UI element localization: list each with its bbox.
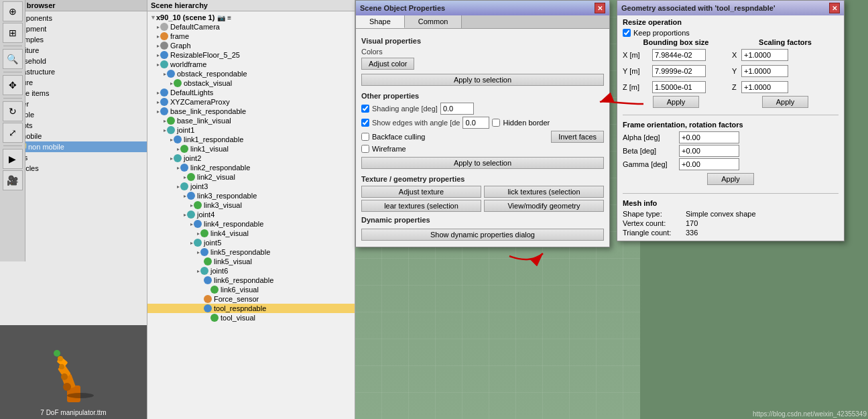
y-row: Y [m] Y <box>623 64 839 78</box>
apply-resize-button[interactable]: Apply <box>653 96 700 108</box>
scene-tree-item[interactable]: ▸joint1 <box>147 125 355 135</box>
scene-tree-item[interactable]: ▸XYZCameraProxy <box>147 97 355 107</box>
toolbar-btn-2[interactable]: ⊞ <box>3 23 23 43</box>
scene-tree-item[interactable]: ▸link2_visual <box>147 172 355 182</box>
scene-tree-item[interactable]: ▸joint3 <box>147 182 355 191</box>
scene-root-item[interactable]: ▼x90_10 (scene 1)📷 ≡ <box>147 13 355 22</box>
backface-checkbox[interactable] <box>361 133 369 141</box>
sz-input[interactable] <box>741 81 788 93</box>
gray-node-icon <box>160 42 168 50</box>
sy-input[interactable] <box>741 65 788 77</box>
scene-tree-item[interactable]: ▸joint2 <box>147 154 355 163</box>
scene-tree-item[interactable]: ▸joint4 <box>147 210 355 219</box>
scene-tree-item[interactable]: ▸frame <box>147 32 355 41</box>
toolbar-btn-camera[interactable]: 🎥 <box>3 170 23 190</box>
scene-tree-item[interactable]: ▸obstack_visual <box>147 78 355 88</box>
toolbar-btn-scale[interactable]: ⤢ <box>3 123 23 143</box>
scene-tree-item[interactable]: link5_visual <box>147 257 355 266</box>
apply-to-selection-btn-1[interactable]: Apply to selection <box>361 74 604 86</box>
scene-tree-item[interactable]: ▸Graph <box>147 41 355 50</box>
invert-faces-button[interactable]: Invert faces <box>551 131 604 143</box>
scene-tree-item[interactable]: ▸joint5 <box>147 238 355 247</box>
sop-titlebar: Scene Object Properties ✕ <box>356 1 609 15</box>
adjust-color-button[interactable]: Adjust color <box>361 58 414 70</box>
keep-proportions-checkbox[interactable] <box>623 29 631 37</box>
scene-tree-item[interactable]: link6_respondable <box>147 276 355 285</box>
scene-tree-item[interactable]: ▸link5_respondable <box>147 247 355 257</box>
scene-tree-item[interactable]: ▸base_link_visual <box>147 116 355 125</box>
geo-titlebar: Geometry associated with 'tool_respndabl… <box>617 1 844 15</box>
z-bbox-input[interactable] <box>652 81 706 93</box>
sx-input[interactable] <box>741 49 788 61</box>
toolbar-btn-search[interactable]: 🔍 <box>3 49 23 69</box>
clear-textures-button[interactable]: lear textures (selection <box>361 200 481 212</box>
scene-tree-item[interactable]: ▸link4_respondable <box>147 219 355 229</box>
scene-tree-item[interactable]: link6_visual <box>147 285 355 294</box>
green-node-icon <box>210 286 219 294</box>
scene-tree-item[interactable]: Force_sensor <box>147 294 355 304</box>
scene-tree-item[interactable]: tool_respndable <box>147 304 355 313</box>
y-bbox-input[interactable] <box>652 65 706 77</box>
toolbar-btn-rotate[interactable]: ↻ <box>3 101 23 121</box>
toolbar-btn-1[interactable]: ⊕ <box>3 1 23 21</box>
triangle-count-label: Triangle count: <box>623 229 683 237</box>
scene-tree-item-label: DefaultLights <box>170 88 213 97</box>
pick-textures-button[interactable]: lick textures (selection <box>484 186 604 198</box>
scene-tree-item[interactable]: ▸DefaultCamera <box>147 22 355 32</box>
show-edges-input[interactable] <box>462 117 489 129</box>
adjust-texture-button[interactable]: Adjust texture <box>361 186 481 198</box>
shading-angle-input[interactable] <box>440 103 474 115</box>
sop-close-button[interactable]: ✕ <box>595 3 605 13</box>
green-node-icon <box>210 314 219 322</box>
scene-tree-item-label: tool_respndable <box>214 304 266 312</box>
scene-tree-item[interactable]: ▸link3_respondable <box>147 191 355 200</box>
scene-tree: ▼x90_10 (scene 1)📷 ≡▸DefaultCamera▸frame… <box>147 11 355 416</box>
green-node-icon <box>180 145 188 153</box>
visual-properties-label: Visual properties <box>361 37 604 45</box>
colors-label: Colors <box>361 48 415 56</box>
scene-tree-item[interactable]: ▸worldframe <box>147 60 355 69</box>
scene-tree-item[interactable]: tool_visual <box>147 313 355 322</box>
teal-node-icon <box>200 267 208 275</box>
scene-tree-item[interactable]: ▸base_link_respondable <box>147 107 355 116</box>
expand-icon: ▸ <box>164 118 166 124</box>
apply-frame-button[interactable]: Apply <box>707 173 754 185</box>
toolbar-btn-move[interactable]: ✥ <box>3 75 23 95</box>
scene-tree-item[interactable]: ▸joint6 <box>147 266 355 276</box>
green-node-icon <box>194 201 202 209</box>
shape-type-label: Shape type: <box>623 210 683 218</box>
scene-tree-item[interactable]: ▸link4_visual <box>147 229 355 238</box>
texture-buttons-row-1: Adjust texture lick textures (selection <box>361 186 604 198</box>
scene-tree-item[interactable]: ▸obstack_respondable <box>147 69 355 78</box>
scene-tree-item-label: link3_respondable <box>197 192 257 200</box>
hidden-border-checkbox[interactable] <box>492 119 500 127</box>
beta-input[interactable] <box>679 145 739 157</box>
view-modify-button[interactable]: View/modify geometry <box>484 200 604 212</box>
toolbar-btn-sim[interactable]: ▶ <box>3 149 23 169</box>
sy-label: Y <box>732 67 739 75</box>
scene-tree-item[interactable]: ▸link3_visual <box>147 200 355 210</box>
shading-angle-checkbox[interactable] <box>361 105 369 113</box>
wireframe-checkbox[interactable] <box>361 145 369 153</box>
scene-tree-item-label: joint6 <box>210 267 228 275</box>
tab-shape[interactable]: Shape <box>356 15 405 28</box>
scene-tree-item[interactable]: ▸link1_respondable <box>147 135 355 144</box>
scene-tree-item-label: joint2 <box>184 154 201 162</box>
scene-tree-item[interactable]: ▸DefaultLights <box>147 88 355 97</box>
scene-tree-item-label: joint4 <box>197 211 214 219</box>
sx-row: X <box>732 49 839 61</box>
show-dynamic-button[interactable]: Show dynamic properties dialog <box>361 229 604 241</box>
tab-common[interactable]: Common <box>405 15 462 28</box>
apply-scale-button[interactable]: Apply <box>762 96 809 108</box>
geo-close-button[interactable]: ✕ <box>829 3 840 13</box>
toolbar-sep-4 <box>3 145 22 146</box>
scene-tree-item[interactable]: ▸link2_respondable <box>147 163 355 172</box>
scene-tree-item[interactable]: ▸link1_visual <box>147 144 355 154</box>
show-edges-checkbox[interactable] <box>361 119 369 127</box>
x-bbox-input[interactable] <box>652 49 706 61</box>
scene-tree-item-label: base_link_respondable <box>170 107 246 115</box>
apply-to-selection-btn-2[interactable]: Apply to selection <box>361 157 604 169</box>
scene-tree-item[interactable]: ▸ResizableFloor_5_25 <box>147 50 355 60</box>
alpha-input[interactable] <box>679 131 739 143</box>
gamma-input[interactable] <box>679 158 739 170</box>
